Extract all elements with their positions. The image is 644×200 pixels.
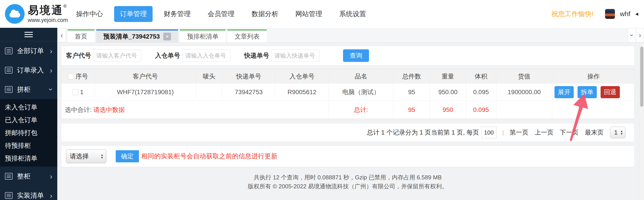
tab-prestow-list[interactable]: 预排柜清单 xyxy=(180,29,226,42)
nav-item-data-analysis[interactable]: 数据分析 xyxy=(246,6,284,22)
rollback-button[interactable]: 回退 xyxy=(600,86,620,98)
row-checkbox[interactable] xyxy=(72,89,78,95)
row-index: 1 xyxy=(80,88,84,96)
column-header-shipping-mark: 唛头 xyxy=(196,69,222,83)
cell-value: 1900000.00 xyxy=(496,83,552,101)
sidebar-subitem-mail-to-pack[interactable]: 拼邮待打包 xyxy=(0,127,57,139)
tab-close-icon[interactable]: × xyxy=(163,33,171,40)
cell-tracking-no: 73942753 xyxy=(222,83,275,101)
update-notice-text: 相同的实装柜号会自动获取之前的信息进行更新 xyxy=(141,152,278,161)
pagination-panel: 总计 1 个记录分为 1 页当前第 1 页, 每页 | 第一页 上一页 下一页 … xyxy=(61,123,634,142)
sidebar: 全部订单 › 订单录入 › 拼柜 › 未入仓订单 已入仓订单 拼邮待打包 待预排… xyxy=(0,28,57,200)
customer-code-label: 客户代号 xyxy=(66,51,91,60)
sidebar-subitem-pending-prestow[interactable]: 待预排柜 xyxy=(0,139,57,152)
tab-scroll-left-button[interactable]: ‹ xyxy=(58,29,66,42)
document-list-icon xyxy=(5,67,12,73)
vertical-scrollbar-thumb[interactable] xyxy=(640,47,643,107)
sidebar-item-label: 整柜 xyxy=(17,172,30,181)
split-order-button[interactable]: 拆单 xyxy=(578,86,597,98)
nav-item-operation-center[interactable]: 操作中心 xyxy=(70,6,109,22)
tab-bar: ‹ 首页 预装清单_73942753 × 预排柜清单 文章列表 › › xyxy=(57,28,644,43)
table-header-row: 序号 客户代号 唛头 快递单号 入仓单号 品名 总件数 重量 体积 货值 操作 xyxy=(61,69,635,83)
document-list-icon xyxy=(5,173,12,180)
pagination-separator: | xyxy=(502,129,504,136)
sidebar-collapse-button[interactable] xyxy=(0,28,57,41)
next-page-link[interactable]: 下一页 xyxy=(560,128,579,137)
sidebar-item-order-entry[interactable]: 订单录入 › xyxy=(0,61,57,80)
sidebar-subitem-prestow-list[interactable]: 预排柜清单 xyxy=(0,152,57,165)
tracking-no-label: 快递单号 xyxy=(244,51,269,60)
column-header-customer-code: 客户代号 xyxy=(95,69,196,83)
page-number-value: 1 xyxy=(614,129,618,136)
tab-preload-list-73942753[interactable]: 预装清单_73942753 × xyxy=(96,29,178,42)
expand-button[interactable]: 展开 xyxy=(554,86,574,98)
vertical-scrollbar-track[interactable] xyxy=(640,43,644,200)
tab-dropdown-button[interactable]: › xyxy=(628,28,636,42)
page-number-select[interactable]: 1 ▲▼ xyxy=(610,127,626,138)
batch-action-panel: 请选择 ▲▼ 确定 相同的实装柜号会自动获取之前的信息进行更新 xyxy=(61,146,634,167)
summary-row: 选中合计: 请选中数据 总计: 95 950 0.095 xyxy=(61,101,635,119)
last-page-link[interactable]: 最末页 xyxy=(585,128,604,137)
top-header: 易境通 ® www.yejoin.com 操作中心 订单管理 财务管理 会员管理… xyxy=(0,0,644,28)
chevron-down-icon: › xyxy=(628,34,636,36)
footer-stats: 共执行 12 个查询，用时 0.088871 秒，Gzip 已禁用，内存占用 6… xyxy=(61,173,634,182)
total-actions-empty xyxy=(552,101,635,119)
total-value-empty xyxy=(496,101,552,119)
tab-scroll-right-button[interactable]: › xyxy=(636,28,644,42)
user-avatar[interactable] xyxy=(605,9,615,19)
first-page-link[interactable]: 第一页 xyxy=(510,128,528,137)
sidebar-item-label: 全部订单 xyxy=(17,46,44,56)
main-nav: 操作中心 订单管理 财务管理 会员管理 数据分析 网站管理 系统设置 xyxy=(70,6,372,22)
column-header-quantity: 总件数 xyxy=(394,69,430,83)
container-select[interactable]: 请选择 ▲▼ xyxy=(66,149,106,163)
customer-code-field-group: 客户代号 xyxy=(66,50,141,62)
brand-website: www.yejoin.com xyxy=(28,17,68,23)
sidebar-subitem-in-warehouse[interactable]: 已入仓订单 xyxy=(0,114,57,127)
nav-item-finance-management[interactable]: 财务管理 xyxy=(158,6,196,22)
trademark-symbol: ® xyxy=(63,4,67,9)
sidebar-item-actual-load-list[interactable]: 实装清单 › xyxy=(0,186,57,200)
page-size-input[interactable] xyxy=(481,127,496,138)
brand-logo[interactable]: 易境通 ® www.yejoin.com xyxy=(0,4,67,24)
user-menu-caret-icon[interactable]: ◀ xyxy=(635,12,638,16)
chevron-right-icon: › xyxy=(50,47,52,55)
document-list-icon xyxy=(5,48,12,54)
tab-label: 首页 xyxy=(75,32,87,41)
nav-item-system-settings[interactable]: 系统设置 xyxy=(334,6,372,22)
warehouse-no-label: 入仓单号 xyxy=(155,51,180,60)
prev-page-link[interactable]: 上一页 xyxy=(535,128,554,137)
nav-item-website-management[interactable]: 网站管理 xyxy=(290,6,328,22)
cell-product: 电脑（测试） xyxy=(329,83,394,101)
tab-label: 预排柜清单 xyxy=(187,32,218,41)
orders-table-panel: 序号 客户代号 唛头 快递单号 入仓单号 品名 总件数 重量 体积 货值 操作 xyxy=(61,69,634,119)
sidebar-item-all-orders[interactable]: 全部订单 › xyxy=(0,41,57,61)
container-select-value: 请选择 xyxy=(70,152,88,161)
customer-code-input[interactable] xyxy=(93,50,141,62)
hamburger-icon xyxy=(24,31,33,39)
sidebar-subitem-not-in-warehouse[interactable]: 未入仓订单 xyxy=(0,101,57,114)
username-text[interactable]: whf xyxy=(620,10,630,18)
cell-weight: 950.00 xyxy=(430,83,466,101)
search-button[interactable]: 查询 xyxy=(343,49,369,62)
warehouse-no-input[interactable] xyxy=(182,50,230,62)
confirm-button[interactable]: 确定 xyxy=(116,150,139,162)
column-header-product: 品名 xyxy=(329,69,394,83)
nav-item-order-management[interactable]: 订单管理 xyxy=(114,6,152,22)
tab-home[interactable]: 首页 xyxy=(68,29,94,42)
tracking-no-input[interactable] xyxy=(272,50,319,62)
total-volume: 0.095 xyxy=(466,101,496,119)
greeting-text: 祝您工作愉快! xyxy=(551,10,594,19)
cell-warehouse-no: R9005612 xyxy=(275,83,329,101)
select-all-checkbox[interactable] xyxy=(68,73,74,79)
brand-name: 易境通 xyxy=(28,5,63,16)
warehouse-no-field-group: 入仓单号 xyxy=(155,50,230,62)
tab-article-list[interactable]: 文章列表 xyxy=(227,29,267,42)
spinner-icon: ▲▼ xyxy=(101,154,104,159)
column-header-volume: 体积 xyxy=(466,69,496,83)
chevron-right-icon: › xyxy=(50,66,52,74)
sidebar-item-consolidation[interactable]: 拼柜 › xyxy=(0,80,57,99)
orders-table: 序号 客户代号 唛头 快递单号 入仓单号 品名 总件数 重量 体积 货值 操作 xyxy=(61,69,635,119)
total-quantity: 95 xyxy=(394,101,430,119)
nav-item-member-management[interactable]: 会员管理 xyxy=(202,6,240,22)
sidebar-item-full-container[interactable]: 整柜 › xyxy=(0,167,57,186)
